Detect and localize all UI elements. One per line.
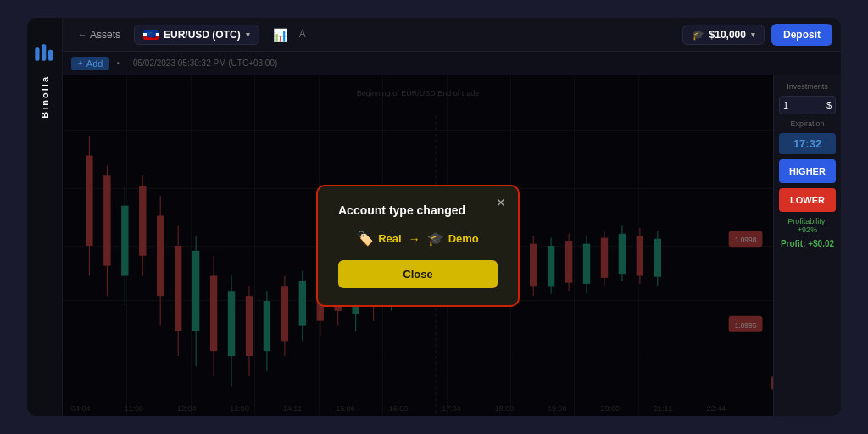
to-account-label: Demo bbox=[448, 232, 479, 245]
balance-icon: 🎓 bbox=[692, 29, 704, 41]
account-type-changed-dialog: Account type changed ✕ 🏷️ Real → 🎓 Demo bbox=[316, 185, 520, 307]
profitability-label: Profitability: +92% bbox=[779, 217, 836, 234]
higher-button[interactable]: HIGHER bbox=[779, 159, 836, 183]
change-arrow-icon: → bbox=[409, 232, 420, 246]
modal-title: Account type changed bbox=[338, 203, 498, 217]
account-change-row: 🏷️ Real → 🎓 Demo bbox=[338, 231, 498, 247]
chevron-down-icon: ▾ bbox=[246, 31, 250, 39]
chart-sidebar-row: Beginning of EUR/USD End of trade bbox=[63, 75, 841, 416]
investments-label: Investments bbox=[779, 82, 836, 91]
modal-overlay: Account type changed ✕ 🏷️ Real → 🎓 Demo bbox=[63, 75, 773, 416]
brand-name: Binolla bbox=[40, 75, 50, 119]
assets-button[interactable]: ← Assets bbox=[71, 25, 127, 44]
brand-logo-icon bbox=[34, 43, 56, 65]
modal-close-button[interactable]: ✕ bbox=[496, 197, 506, 209]
balance-value: $10,000 bbox=[709, 29, 746, 41]
from-account-label: Real bbox=[378, 232, 401, 245]
content-area: ← Assets 🇪🇺 EUR/USD (OTC) ▾ 📊 A 🎓 $10,00… bbox=[63, 18, 841, 416]
chart-indicator-icon[interactable]: 📊 bbox=[270, 26, 291, 43]
to-account-type: 🎓 Demo bbox=[427, 231, 479, 247]
chart-area: Beginning of EUR/USD End of trade bbox=[63, 75, 773, 416]
eur-flag-icon: 🇪🇺 bbox=[143, 30, 159, 40]
assets-label: Assets bbox=[90, 29, 120, 41]
plus-icon: + bbox=[78, 58, 83, 68]
svg-rect-2 bbox=[47, 50, 52, 61]
main-container: Binolla ← Assets 🇪🇺 EUR/USD (OTC) ▾ 📊 A bbox=[27, 18, 841, 416]
deposit-button[interactable]: Deposit bbox=[771, 24, 832, 46]
left-brand: Binolla bbox=[27, 18, 63, 416]
close-modal-button[interactable]: Close bbox=[338, 260, 498, 288]
lower-button[interactable]: LOWER bbox=[779, 188, 836, 212]
arrow-left-icon: ← bbox=[78, 30, 86, 39]
datetime-label: 05/02/2023 05:30:32 PM (UTC+03:00) bbox=[133, 58, 277, 68]
sub-header: + Add • 05/02/2023 05:30:32 PM (UTC+03:0… bbox=[63, 52, 841, 75]
balance-button[interactable]: 🎓 $10,000 ▾ bbox=[682, 25, 765, 45]
expiration-label: Expiration bbox=[779, 120, 836, 128]
investments-value: 1 bbox=[783, 100, 788, 110]
profit-amount: Profit: +$0.02 bbox=[779, 239, 836, 248]
from-account-type: 🏷️ Real bbox=[357, 231, 401, 247]
real-account-icon: 🏷️ bbox=[357, 231, 374, 247]
svg-rect-0 bbox=[35, 47, 39, 61]
svg-rect-1 bbox=[42, 44, 46, 61]
currency-pair-button[interactable]: 🇪🇺 EUR/USD (OTC) ▾ bbox=[134, 25, 259, 45]
expiration-display: 17:32 bbox=[779, 133, 836, 154]
currency-pair-label: EUR/USD (OTC) bbox=[164, 29, 241, 41]
demo-account-icon: 🎓 bbox=[427, 231, 444, 247]
investments-input[interactable]: 1 $ bbox=[779, 96, 836, 114]
add-label: Add bbox=[86, 58, 103, 69]
chevron-down-icon2: ▾ bbox=[751, 31, 755, 39]
right-sidebar: Investments 1 $ Expiration 17:32 HIGHER … bbox=[773, 75, 841, 416]
chart-tools: 📊 A bbox=[270, 26, 309, 43]
chart-draw-icon[interactable]: A bbox=[296, 26, 309, 43]
top-header: ← Assets 🇪🇺 EUR/USD (OTC) ▾ 📊 A 🎓 $10,00… bbox=[63, 18, 841, 52]
add-button[interactable]: + Add bbox=[71, 57, 109, 70]
investments-currency: $ bbox=[826, 100, 832, 110]
